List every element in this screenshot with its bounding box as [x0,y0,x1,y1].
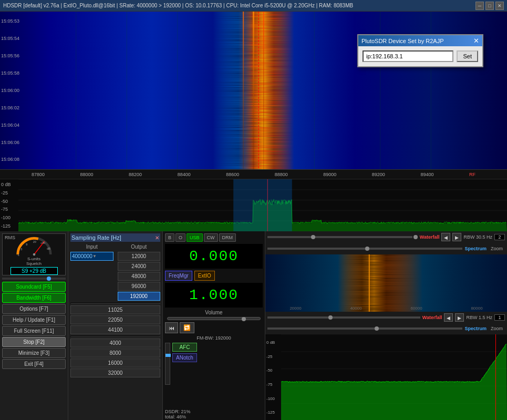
dialog-close-btn[interactable]: ✕ [473,37,479,44]
output-rate-16000[interactable]: 16000 [70,358,160,367]
titlebar: HDSDR [default] v2.76a | ExtIO_Pluto.dll… [0,0,507,12]
dialog-title: PlutoSDR Device Set by R2AJP [361,38,444,44]
svg-text:dB: dB [47,247,50,250]
pluto-ip-input[interactable] [363,50,453,62]
top-bar-3: Waterfall ◀ ▶ RBW 1.5 Hz 1 [265,312,507,323]
output-rate-96000[interactable]: 96000 [118,282,161,291]
mode-tab-drm[interactable]: DRM [219,233,236,242]
volume-handle[interactable] [242,317,246,321]
svg-text:9: 9 [26,243,27,246]
db-25: -25 [0,190,18,196]
input-rate-dropdown[interactable]: 4000000 ▼ [70,252,113,261]
squelch-handle[interactable] [47,276,51,281]
minimize-button[interactable]: Minimize [F3] [2,348,66,358]
wf2-nav-right[interactable]: ▶ [455,313,464,322]
output-rate-44100[interactable]: 44100 [70,325,160,334]
rbw-num-2[interactable]: 1 [494,314,505,321]
rewind-btn[interactable]: ⏮ [165,322,178,333]
mini-spectrum: 0 dB -25 -50 -75 -100 -125 AF [265,334,507,420]
wf-nav-left[interactable]: ◀ [441,233,450,241]
spectrum-display: 0 dB -25 -50 -75 -100 -125 [0,179,507,231]
output-col: Output 12000 24000 48000 96000 192000 [118,244,161,301]
close-window-btn[interactable]: ✕ [495,2,504,10]
db-75: -75 [0,207,18,212]
output-rate-32000[interactable]: 32000 [70,368,160,377]
bw-slider[interactable] [165,343,170,385]
stop-button[interactable]: Stop [F2] [2,337,66,347]
wf-nav-right[interactable]: ▶ [452,233,461,241]
rbw-label-2: RBW 1.5 Hz [466,315,492,320]
sp-slider-handle[interactable] [365,247,369,251]
pluto-sdr-dialog: PlutoSDR Device Set by R2AJP ✕ Set [357,34,483,67]
play-loop-btn[interactable]: 🔁 [180,322,194,333]
close-sampling-btn[interactable]: ✕ [155,235,159,241]
mode-tab-usb[interactable]: USB [187,233,203,242]
dsdr-info: DSDR: 21%total: 46% [165,409,191,419]
squelch-slider-row[interactable] [2,278,66,280]
bandwidth-button[interactable]: Bandwidth [F6] [2,293,66,303]
slider-group-1 [267,235,418,239]
frequency-display-2[interactable]: 1.000 [165,283,263,308]
output-rate-12000[interactable]: 12000 [118,252,161,261]
zoom-label: Zoom [491,246,503,251]
ms-db-50: -50 [265,368,281,373]
db-0: 0 dB [0,182,18,187]
bw-slider-handle[interactable] [165,354,171,357]
ext-io-button[interactable]: ExtIO [194,271,215,281]
sp3-slider-handle[interactable] [375,326,379,331]
svg-text:-1: -1 [17,253,19,257]
spectrum-label-2: Spectrum [464,326,487,331]
rms-label: RMS [5,235,15,240]
right-panels: Waterfall ◀ ▶ RBW 30.5 Hz 2 Spectrum Zoo… [265,231,507,420]
pluto-set-button[interactable]: Set [457,50,478,62]
sp2-slider-handle[interactable] [328,315,333,320]
exit-button[interactable]: Exit [F4] [2,359,66,369]
output-rate-48000[interactable]: 48000 [118,272,161,281]
volume-slider[interactable] [167,317,261,320]
controls-area: RMS -1 3 9 20 +40 dB S-unitsSquelch S9 +… [0,231,507,420]
mini-waterfall: 20000 40000 60000 80000 [265,254,507,312]
maximize-window-btn[interactable]: □ [485,2,494,10]
freq-label-row: 87800 88000 88200 88400 88600 88800 8900… [29,172,478,177]
ms-db-0: 0 dB [265,340,281,345]
wf-slider-handle-2[interactable] [413,235,418,239]
anotch-button[interactable]: ANotch [172,353,197,362]
output-rate-192000[interactable]: 192000 [118,292,161,301]
mode-tab-b[interactable]: B [165,233,174,242]
top-bar-4: Spectrum Zoom [265,323,507,335]
fullscreen-button[interactable]: Full Screen [F11] [2,326,66,336]
db-label-column: 0 dB -25 -50 -75 -100 -125 [0,179,18,231]
soundcard-button[interactable]: Soundcard [F5] [2,282,66,292]
afc-button[interactable]: AFC [172,343,197,352]
dialog-titlebar: PlutoSDR Device Set by R2AJP ✕ [358,35,482,46]
frequency-display-1[interactable]: 0.000 [165,244,263,269]
frequency-panel: B O USB CW DRM 0.000 FreqMgr ExtIO 1.000… [163,231,265,420]
zoom-label-2: Zoom [491,326,503,331]
volume-label: Volume [165,310,263,315]
mwf-freq-4: 80000 [471,306,482,311]
panel-title: Sampling Rate [Hz] ✕ [70,233,160,242]
mode-tab-cw[interactable]: CW [204,233,218,242]
wf2-nav-left[interactable]: ◀ [444,313,453,322]
wf-slider-handle-1[interactable] [311,235,315,239]
output-rate-22050[interactable]: 22050 [70,315,160,324]
dropdown-arrow-icon: ▼ [92,254,112,259]
output-rate-24000[interactable]: 24000 [118,262,161,271]
freq-mgr-button[interactable]: FreqMgr [165,271,192,281]
fm-bw-label: FM-BW: 192000 [165,335,263,341]
svg-text:+40: +40 [40,241,45,244]
mode-tabs-row: B O USB CW DRM [165,233,263,242]
output-rate-4000[interactable]: 4000 [70,339,160,347]
minimize-window-btn[interactable]: ─ [475,2,484,10]
bw-slider-row: AFC ANotch [165,343,263,385]
mwf-freq-1: 20000 [289,306,301,311]
freq-btn-row: FreqMgr ExtIO [165,271,263,281]
output-rate-11025[interactable]: 11025 [70,305,160,314]
mode-tab-o[interactable]: O [175,233,185,242]
rbw-num-1[interactable]: 2 [494,234,505,240]
rate-section: Input 4000000 ▼ Output 12000 24000 48000… [70,244,160,301]
options-button[interactable]: Options [F7] [2,304,66,314]
freq-label-rf: RF [469,172,475,177]
help-button[interactable]: Help / Update [F1] [2,315,66,325]
output-rate-8000[interactable]: 8000 [70,349,160,357]
